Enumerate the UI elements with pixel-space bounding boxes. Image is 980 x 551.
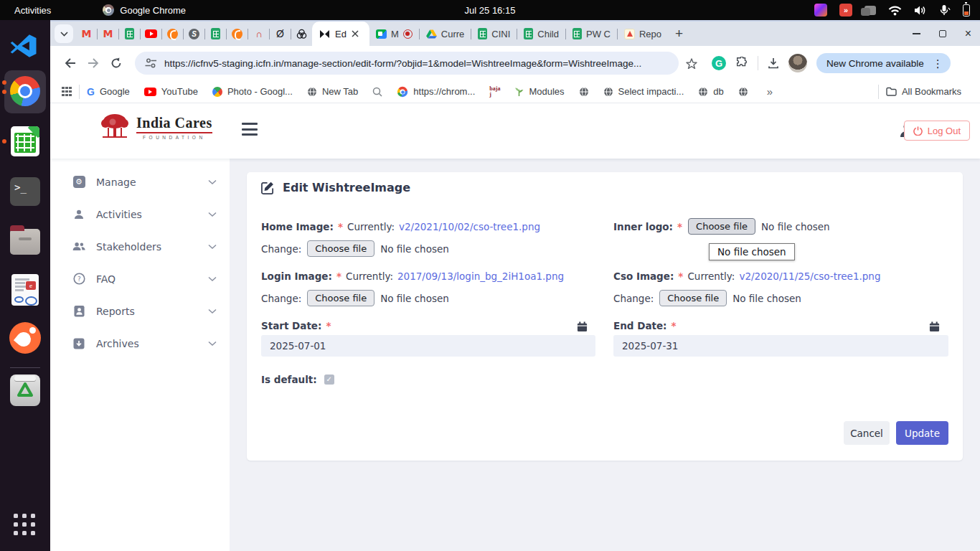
inner-logo-choose-file-button[interactable]: Choose file	[688, 218, 755, 235]
vscode-dock-icon[interactable]	[8, 30, 39, 62]
bookmark-modules[interactable]: Modules	[514, 86, 564, 97]
bookmark-select-impact[interactable]: Select impacti...	[603, 86, 684, 97]
is-default-checkbox[interactable]: ✓	[324, 375, 334, 385]
libreoffice-calc-dock-icon[interactable]	[8, 124, 42, 159]
tab-sheet-cini[interactable]: CINI	[471, 28, 517, 39]
login-image-current-link[interactable]: 2017/09/13/login_bg_2iH1oa1.png	[397, 270, 564, 282]
microphone-icon[interactable]	[939, 4, 951, 16]
clock[interactable]: Jul 25 16:15	[465, 5, 516, 16]
wifi-icon[interactable]	[888, 5, 902, 16]
home-image-choose-file-button[interactable]: Choose file	[307, 240, 374, 257]
pinned-tab-gmail[interactable]: M	[76, 23, 97, 44]
sidebar-item-manage[interactable]: ⚙ Manage	[50, 166, 230, 198]
bookmark-photos[interactable]: Photo - Googl...	[212, 86, 293, 97]
tab-repo[interactable]: Repo	[618, 29, 668, 39]
update-button[interactable]: Update	[896, 421, 948, 445]
document-viewer-dock-icon[interactable]: e	[8, 273, 42, 307]
chrome-dock-icon[interactable]	[8, 74, 42, 108]
tab-sheet-pw[interactable]: PW C	[566, 28, 617, 39]
forward-button[interactable]	[83, 53, 103, 73]
sidebar-item-archives[interactable]: Archives	[50, 327, 230, 359]
sidebar-item-faq[interactable]: ? FAQ	[50, 263, 230, 295]
terminal-dock-icon[interactable]: >_	[8, 174, 42, 209]
active-tab[interactable]: Ed	[312, 22, 369, 46]
all-bookmarks-button[interactable]: All Bookmarks	[886, 86, 961, 97]
pinned-tab-swiggy[interactable]	[227, 23, 248, 44]
download-icon[interactable]	[768, 57, 779, 69]
calendar-icon[interactable]	[929, 321, 940, 332]
show-applications-button[interactable]	[14, 514, 37, 537]
bookmark-globe[interactable]	[579, 87, 589, 97]
prism-cube-icon[interactable]	[814, 4, 827, 17]
bookmark-bajaj[interactable]: bajaj	[489, 86, 500, 98]
chat-icon[interactable]	[864, 6, 876, 15]
bookmark-search[interactable]	[372, 87, 382, 97]
power-icon	[913, 126, 923, 136]
system-tray[interactable]: »	[814, 4, 970, 17]
calendar-icon[interactable]	[577, 321, 588, 332]
bookmark-new-tab[interactable]: New Tab	[307, 86, 358, 97]
pinned-tab-spiral[interactable]	[291, 23, 312, 44]
sidebar-item-activities[interactable]: Activities	[50, 198, 230, 230]
bookmark-chrome-link[interactable]: https://chrom...	[397, 86, 475, 98]
pinned-tab-null-set[interactable]: Ø	[270, 23, 291, 44]
trash-dock-icon[interactable]	[8, 373, 42, 408]
login-image-choose-file-button[interactable]: Choose file	[307, 290, 374, 306]
chrome-update-label: New Chrome available	[826, 58, 924, 69]
chrome-menu-kebab-icon[interactable]: ⋮	[930, 58, 946, 69]
bookmark-globe[interactable]	[738, 87, 748, 97]
battery-icon[interactable]	[963, 4, 970, 17]
close-tab-icon[interactable]	[352, 30, 359, 37]
logout-button[interactable]: Log Out	[904, 121, 970, 141]
bookmark-google[interactable]: G Google	[87, 86, 130, 98]
tab-sheet-child[interactable]: Child	[517, 28, 565, 39]
volume-icon[interactable]	[914, 5, 927, 16]
bookmark-youtube[interactable]: YouTube	[144, 86, 198, 97]
home-image-current-link[interactable]: v2/2021/10/02/cso-tree1.png	[399, 221, 540, 232]
sidebar-item-reports[interactable]: Reports	[50, 295, 230, 327]
google-drive-icon	[426, 29, 437, 39]
minimize-icon[interactable]	[913, 33, 920, 34]
tab-drive[interactable]: Curre	[420, 29, 471, 39]
pinned-tab-gmail[interactable]: M	[98, 23, 118, 44]
back-button[interactable]	[60, 53, 80, 73]
tab-meet[interactable]: M	[369, 29, 419, 39]
extensions-puzzle-icon[interactable]	[735, 57, 748, 70]
restore-icon[interactable]	[939, 30, 946, 37]
bookmarks-overflow-chevron[interactable]: »	[767, 85, 773, 98]
bookmark-star-icon[interactable]	[682, 53, 702, 73]
pinned-tab-dark-globe[interactable]: S	[184, 23, 204, 44]
sidebar-item-stakeholders[interactable]: Stakeholders	[50, 230, 230, 263]
start-date-input[interactable]	[261, 335, 595, 357]
pinned-tab-sheets[interactable]	[119, 23, 140, 44]
pinned-tab-youtube[interactable]	[141, 23, 161, 44]
end-date-input[interactable]	[613, 335, 948, 357]
tab-search-button[interactable]	[55, 24, 73, 43]
chrome-update-button[interactable]: New Chrome available ⋮	[816, 53, 951, 73]
apps-grid-icon[interactable]	[62, 87, 72, 97]
cancel-button[interactable]: Cancel	[844, 421, 890, 445]
new-tab-button[interactable]: +	[675, 26, 683, 42]
bookmark-db[interactable]: db	[698, 86, 723, 97]
focused-app-indicator[interactable]: Google Chrome	[103, 4, 186, 16]
pinned-tab-red-arch[interactable]: ∩	[248, 23, 269, 44]
postman-dock-icon[interactable]	[8, 321, 42, 355]
files-dock-icon[interactable]	[8, 225, 42, 259]
profile-avatar[interactable]	[788, 54, 807, 72]
reload-button[interactable]	[106, 53, 126, 73]
anydesk-icon[interactable]: »	[839, 4, 852, 17]
cso-image-choose-file-button[interactable]: Choose file	[659, 290, 727, 306]
brand-logo[interactable]: India Cares FOUNDATION	[99, 112, 212, 142]
site-settings-icon[interactable]	[145, 58, 157, 68]
report-badge-icon	[72, 305, 86, 317]
grammarly-icon[interactable]: G	[712, 56, 726, 70]
chrome-window: M M S ∩ Ø Ed M	[50, 20, 980, 103]
address-bar[interactable]: https://icfnv5-staging.icfn.in/manage-se…	[135, 52, 679, 75]
url-text[interactable]: https://icfnv5-staging.icfn.in/manage-se…	[164, 58, 641, 69]
cso-image-current-link[interactable]: v2/2020/11/25/cso-tree1.png	[739, 270, 880, 282]
activities-button[interactable]: Activities	[14, 5, 51, 16]
pinned-tab-swiggy[interactable]	[162, 23, 183, 44]
close-window-icon[interactable]: ×	[965, 28, 971, 39]
pinned-tab-sheets[interactable]	[205, 23, 226, 44]
menu-toggle-button[interactable]	[242, 123, 258, 136]
